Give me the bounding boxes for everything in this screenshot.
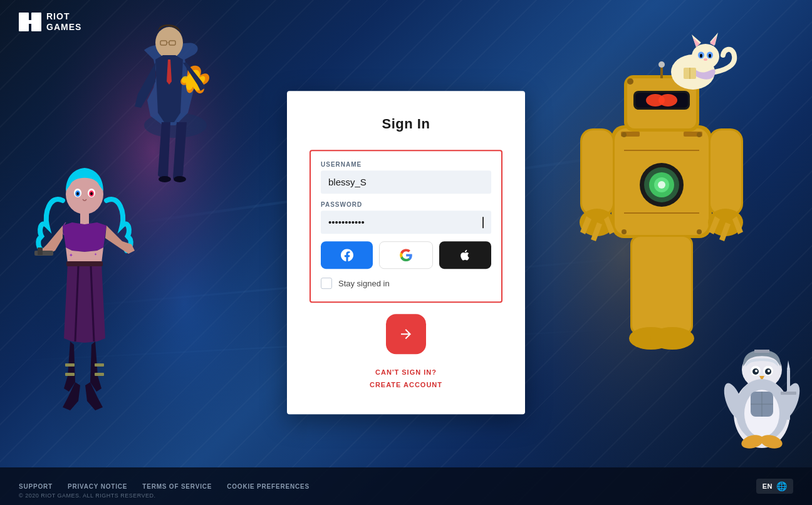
privacy-link[interactable]: PRIVACY NOTICE — [68, 483, 127, 490]
bottom-bar: SUPPORT PRIVACY NOTICE TERMS OF SERVICE … — [0, 467, 812, 505]
svg-text:✦: ✦ — [69, 252, 73, 258]
svg-point-88 — [768, 370, 770, 372]
svg-point-42 — [697, 132, 702, 137]
username-input[interactable] — [321, 170, 491, 194]
svg-rect-17 — [80, 213, 89, 226]
svg-point-54 — [658, 61, 665, 68]
svg-point-16 — [90, 192, 93, 195]
svg-rect-82 — [754, 350, 769, 353]
svg-point-43 — [622, 229, 627, 234]
svg-point-51 — [627, 78, 633, 85]
stay-signed-in-row: Stay signed in — [321, 278, 491, 289]
create-account-link[interactable]: CREATE ACCOUNT — [310, 379, 502, 392]
login-card: Sign In USERNAME PASSWORD — [287, 91, 525, 414]
svg-rect-59 — [710, 130, 741, 214]
card-footer-links: CAN'T SIGN IN? CREATE ACCOUNT — [310, 367, 502, 392]
password-cursor — [482, 217, 484, 228]
svg-rect-27 — [95, 363, 104, 367]
svg-point-8 — [159, 176, 171, 182]
google-login-button[interactable] — [379, 241, 432, 269]
left-characters: ✦ ✦ — [0, 0, 307, 505]
copyright-text: © 2020 RIOT GAMES. ALL RIGHTS RESERVED. — [19, 492, 156, 499]
cookies-link[interactable]: COOKIE PREFERENCES — [227, 483, 310, 490]
stay-signed-in-checkbox[interactable] — [321, 278, 332, 289]
sign-in-title: Sign In — [310, 116, 502, 132]
svg-rect-22 — [66, 261, 103, 266]
svg-point-76 — [709, 54, 711, 58]
svg-rect-97 — [781, 392, 796, 395]
svg-rect-24 — [38, 247, 43, 255]
username-group: USERNAME — [321, 161, 491, 194]
svg-point-9 — [174, 176, 186, 182]
svg-point-44 — [697, 229, 702, 234]
cant-sign-in-link[interactable]: CAN'T SIGN IN? — [310, 367, 502, 379]
svg-point-66 — [650, 327, 694, 350]
svg-rect-64 — [654, 237, 691, 333]
bottom-nav-links: SUPPORT PRIVACY NOTICE TERMS OF SERVICE … — [19, 483, 310, 490]
svg-point-68 — [692, 44, 719, 69]
globe-icon: 🌐 — [776, 481, 787, 491]
stay-signed-in-label: Stay signed in — [338, 279, 390, 288]
svg-point-50 — [658, 94, 677, 107]
right-characters — [499, 0, 812, 505]
facebook-login-button[interactable] — [321, 241, 373, 269]
apple-login-button[interactable] — [439, 241, 491, 269]
form-area: USERNAME PASSWORD — [310, 150, 502, 303]
password-input[interactable] — [321, 211, 491, 234]
terms-link[interactable]: TERMS OF SERVICE — [142, 483, 212, 490]
svg-point-41 — [622, 132, 627, 137]
svg-point-77 — [704, 58, 707, 61]
svg-rect-56 — [582, 130, 613, 214]
svg-rect-103 — [19, 20, 41, 24]
svg-point-36 — [658, 181, 665, 189]
logo-text: RIOT GAMES — [46, 11, 81, 33]
social-buttons — [321, 241, 491, 269]
svg-point-15 — [76, 192, 79, 195]
password-group: PASSWORD — [321, 201, 491, 234]
svg-text:✦: ✦ — [94, 252, 97, 256]
svg-rect-28 — [95, 373, 104, 376]
submit-button[interactable] — [386, 314, 426, 354]
username-label: USERNAME — [321, 161, 491, 168]
svg-point-75 — [700, 54, 702, 58]
password-wrapper — [321, 211, 491, 234]
logo: RIOT GAMES — [19, 11, 81, 33]
support-link[interactable]: SUPPORT — [19, 483, 53, 490]
password-label: PASSWORD — [321, 201, 491, 208]
lang-label: EN — [763, 482, 773, 490]
svg-rect-25 — [65, 363, 75, 367]
svg-point-87 — [755, 370, 757, 372]
svg-rect-23 — [34, 251, 53, 256]
svg-rect-26 — [65, 373, 75, 376]
language-selector[interactable]: EN 🌐 — [756, 479, 793, 494]
